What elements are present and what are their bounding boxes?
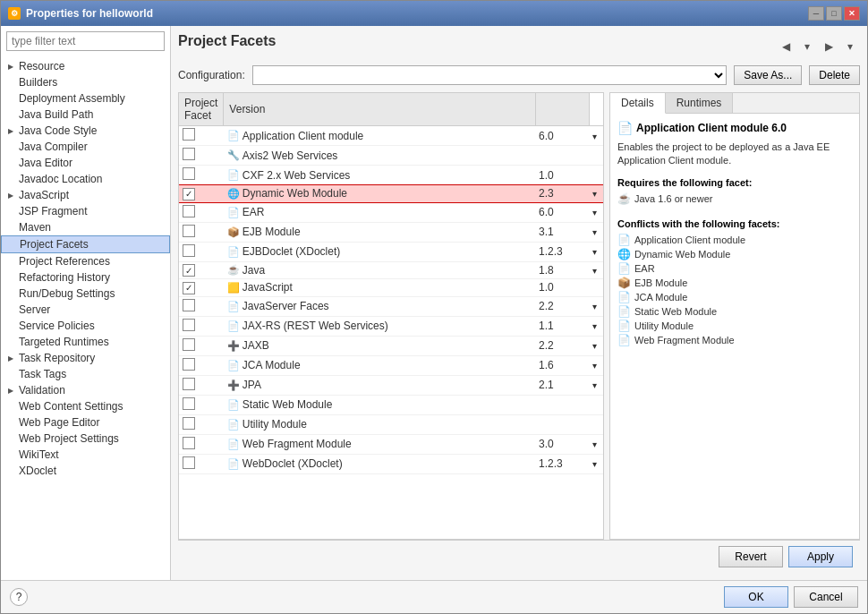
facet-checkbox-ejb-module[interactable] — [183, 225, 195, 237]
table-row[interactable]: 📦EJB Module3.1▾ — [179, 222, 603, 242]
facet-checkbox-ejbdoclet[interactable] — [183, 244, 195, 257]
facet-checkbox-static-web[interactable] — [183, 397, 195, 410]
version-dropdown-app-client[interactable]: ▾ — [592, 132, 597, 141]
facet-checkbox-jsf[interactable] — [183, 299, 195, 311]
sidebar-item-task-tags[interactable]: ▶ Task Tags — [1, 366, 170, 382]
sidebar-item-wikitext[interactable]: ▶ WikiText — [1, 447, 170, 463]
sidebar-item-resource[interactable]: ▶ Resource — [1, 58, 170, 74]
sidebar-item-web-project-settings[interactable]: ▶ Web Project Settings — [1, 431, 170, 447]
version-dropdown-ejbdoclet[interactable]: ▾ — [592, 247, 597, 257]
facet-checkbox-java[interactable]: ✓ — [183, 264, 195, 277]
filter-input[interactable] — [6, 31, 165, 51]
config-select[interactable] — [252, 65, 728, 85]
minimize-button[interactable]: ─ — [808, 6, 824, 21]
nav-back-button[interactable]: ◀ — [776, 38, 796, 55]
table-row[interactable]: 📄Web Fragment Module3.0▾ — [179, 434, 603, 454]
sidebar-item-project-references[interactable]: ▶ Project References — [1, 253, 170, 269]
nav-forward-dropdown-button[interactable]: ▾ — [840, 38, 860, 55]
sidebar-item-targeted-runtimes[interactable]: ▶ Targeted Runtimes — [1, 334, 170, 350]
sidebar-item-web-page-editor[interactable]: ▶ Web Page Editor — [1, 414, 170, 431]
sidebar-item-run-debug-settings[interactable]: ▶ Run/Debug Settings — [1, 286, 170, 302]
facet-checkbox-axis2-ws[interactable] — [183, 148, 195, 160]
table-row[interactable]: 📄JavaServer Faces2.2▾ — [179, 296, 603, 316]
facet-type-icon: 📄 — [227, 398, 240, 411]
sidebar-item-javadoc-location[interactable]: ▶ Javadoc Location — [1, 171, 170, 187]
version-dropdown-jax-rs[interactable]: ▾ — [592, 321, 597, 331]
save-as-button[interactable]: Save As... — [734, 65, 802, 85]
sidebar-item-server[interactable]: ▶ Server — [1, 302, 170, 318]
sidebar-item-javascript[interactable]: ▶ JavaScript — [1, 187, 170, 203]
sidebar-item-web-content-settings[interactable]: ▶ Web Content Settings — [1, 398, 170, 414]
apply-button[interactable]: Apply — [788, 546, 853, 567]
details-tabs: Details Runtimes — [610, 93, 859, 114]
version-dropdown-jca[interactable]: ▾ — [592, 361, 597, 371]
sidebar-item-project-facets[interactable]: ▶ Project Facets — [1, 235, 170, 253]
delete-button[interactable]: Delete — [809, 65, 860, 85]
table-row[interactable]: ➕JAXB2.2▾ — [179, 336, 603, 355]
table-row[interactable]: 📄JAX-RS (REST Web Services)1.1▾ — [179, 316, 603, 336]
maximize-button[interactable]: □ — [826, 6, 842, 21]
version-dropdown-java[interactable]: ▾ — [592, 266, 597, 276]
cancel-button[interactable]: Cancel — [794, 586, 858, 608]
sidebar-item-java-build-path[interactable]: ▶ Java Build Path — [1, 107, 170, 123]
help-button[interactable]: ? — [10, 588, 28, 606]
sidebar-item-service-policies[interactable]: ▶ Service Policies — [1, 318, 170, 334]
facet-checkbox-web-fragment[interactable] — [183, 437, 195, 449]
sidebar-item-xdoclet[interactable]: ▶ XDoclet — [1, 463, 170, 479]
table-row[interactable]: ✓🌐Dynamic Web Module2.3▾ — [179, 185, 603, 203]
table-row[interactable]: 📄WebDoclet (XDoclet)1.2.3▾ — [179, 454, 603, 473]
facet-checkbox-jca[interactable] — [183, 358, 195, 371]
version-dropdown-web-fragment[interactable]: ▾ — [592, 439, 597, 449]
facet-checkbox-ear[interactable] — [183, 205, 195, 217]
facet-checkbox-app-client[interactable] — [183, 128, 195, 141]
close-button[interactable]: ✕ — [844, 6, 860, 21]
sidebar-item-label: Task Repository — [19, 352, 95, 364]
version-dropdown-ear[interactable]: ▾ — [592, 208, 597, 217]
table-row[interactable]: 📄EJBDoclet (XDoclet)1.2.3▾ — [179, 242, 603, 261]
requires-item-label: Java 1.6 or newer — [634, 193, 712, 204]
sidebar-item-task-repository[interactable]: ▶ Task Repository — [1, 350, 170, 366]
sidebar-item-jsp-fragment[interactable]: ▶ JSP Fragment — [1, 203, 170, 219]
sidebar-item-maven[interactable]: ▶ Maven — [1, 219, 170, 235]
sidebar-item-deployment-assembly[interactable]: ▶ Deployment Assembly — [1, 90, 170, 107]
version-dropdown-webdoclet[interactable]: ▾ — [592, 459, 597, 469]
ok-button[interactable]: OK — [724, 586, 788, 608]
version-dropdown-dynamic-web[interactable]: ▾ — [592, 189, 597, 199]
facet-checkbox-jaxb[interactable] — [183, 338, 195, 351]
table-row[interactable]: 📄Application Client module6.0▾ — [179, 126, 603, 146]
version-dropdown-ejb-module[interactable]: ▾ — [592, 227, 597, 237]
table-row[interactable]: ✓🟨JavaScript1.0 — [179, 279, 603, 297]
sidebar-item-label: JavaScript — [19, 189, 69, 201]
table-row[interactable]: 📄EAR6.0▾ — [179, 202, 603, 222]
facet-version: 1.0 — [535, 279, 589, 297]
sidebar-item-label: Validation — [19, 384, 65, 397]
tab-runtimes[interactable]: Runtimes — [666, 93, 734, 113]
table-row[interactable]: 📄Utility Module — [179, 414, 603, 434]
facet-checkbox-jpa[interactable] — [183, 378, 195, 390]
sidebar-item-refactoring-history[interactable]: ▶ Refactoring History — [1, 269, 170, 286]
table-row[interactable]: 📄JCA Module1.6▾ — [179, 355, 603, 375]
sidebar-item-builders[interactable]: ▶ Builders — [1, 74, 170, 90]
revert-button[interactable]: Revert — [719, 546, 783, 567]
nav-dropdown-button[interactable]: ▾ — [797, 38, 817, 55]
table-row[interactable]: ➕JPA2.1▾ — [179, 375, 603, 395]
facet-checkbox-javascript[interactable]: ✓ — [183, 282, 195, 294]
sidebar-item-java-compiler[interactable]: ▶ Java Compiler — [1, 139, 170, 155]
facet-checkbox-webdoclet[interactable] — [183, 456, 195, 469]
version-dropdown-jsf[interactable]: ▾ — [592, 302, 597, 311]
table-row[interactable]: ✓☕Java1.8▾ — [179, 261, 603, 279]
nav-forward-button[interactable]: ▶ — [819, 38, 838, 55]
facet-checkbox-utility[interactable] — [183, 417, 195, 430]
facet-checkbox-jax-rs[interactable] — [183, 319, 195, 331]
sidebar-item-validation[interactable]: ▶ Validation — [1, 382, 170, 398]
table-row[interactable]: 📄Static Web Module — [179, 395, 603, 414]
table-row[interactable]: 🔧Axis2 Web Services — [179, 146, 603, 166]
sidebar-item-java-code-style[interactable]: ▶ Java Code Style — [1, 123, 170, 139]
tab-details[interactable]: Details — [610, 93, 666, 114]
facet-checkbox-dynamic-web[interactable]: ✓ — [183, 188, 195, 200]
table-row[interactable]: 📄CXF 2.x Web Services1.0 — [179, 166, 603, 185]
facet-checkbox-cxf-ws[interactable] — [183, 167, 195, 180]
version-dropdown-jaxb[interactable]: ▾ — [592, 341, 597, 351]
version-dropdown-jpa[interactable]: ▾ — [592, 380, 597, 390]
sidebar-item-java-editor[interactable]: ▶ Java Editor — [1, 155, 170, 171]
